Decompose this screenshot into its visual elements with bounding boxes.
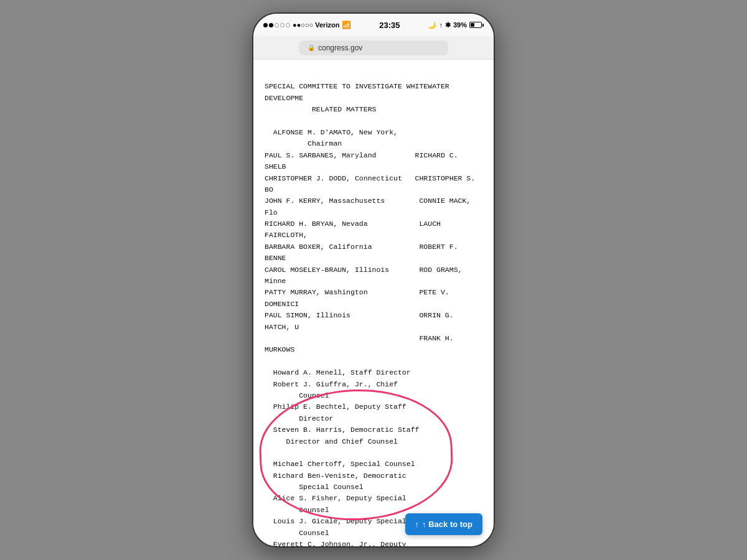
time-display: 23:35 bbox=[379, 21, 400, 30]
member-dodd: CHRISTOPHER J. DODD, Connecticut bbox=[265, 174, 415, 182]
wifi-icon: 📶 bbox=[342, 21, 351, 29]
member-bryan: RICHARD H. BRYAN, Nevada bbox=[265, 220, 419, 228]
member-sarbanes: PAUL S. SARBANES, Maryland bbox=[265, 151, 415, 159]
lock-icon: 🔒 bbox=[308, 44, 315, 51]
status-right: 🌙 ↑ ✱ 39% bbox=[428, 21, 484, 29]
status-bar: ●●○○○ Verizon 📶 23:35 🌙 ↑ ✱ 39% bbox=[253, 14, 494, 36]
url-text: congress.gov bbox=[318, 44, 362, 52]
browser-bar[interactable]: 🔒 congress.gov bbox=[253, 36, 494, 60]
document-content: SPECIAL COMMITTEE TO INVESTIGATE WHITEWA… bbox=[265, 70, 482, 546]
heading2: RELATED MATTERS bbox=[265, 105, 376, 113]
heading1: SPECIAL COMMITTEE TO INVESTIGATE WHITEWA… bbox=[265, 82, 454, 101]
battery-icon bbox=[469, 22, 484, 28]
chairman-text: ALFONSE M. D'AMATO, New York, Chairman bbox=[265, 128, 398, 147]
staff-menell: Howard A. Menell, Staff Director Robert … bbox=[265, 368, 419, 546]
battery-label: 39% bbox=[453, 21, 467, 29]
carrier-label: ●●○○○ Verizon bbox=[293, 21, 339, 29]
moon-icon: 🌙 bbox=[428, 21, 436, 29]
back-to-top-arrow: ↑ bbox=[415, 520, 420, 529]
status-left: ●●○○○ Verizon 📶 bbox=[263, 21, 351, 29]
back-to-top-button[interactable]: ↑ ↑ Back to top bbox=[405, 513, 482, 535]
member-murkowski: FRANK H. MURKOWS bbox=[265, 334, 458, 353]
bluetooth-icon: ✱ bbox=[445, 21, 451, 29]
member-murray: PATTY MURRAY, Washington bbox=[265, 288, 419, 296]
phone-frame: ●●○○○ Verizon 📶 23:35 🌙 ↑ ✱ 39% 🔒 congre… bbox=[252, 12, 495, 548]
member-simon: PAUL SIMON, Illinois bbox=[265, 311, 419, 319]
signal-dots bbox=[263, 23, 290, 27]
member-kerry: JOHN F. KERRY, Massachusetts bbox=[265, 197, 419, 205]
member-boxer: BARBARA BOXER, California bbox=[265, 243, 419, 251]
back-to-top-label: ↑ Back to top bbox=[422, 520, 472, 529]
member-moseley: CAROL MOSELEY-BRAUN, Illinois bbox=[265, 266, 419, 274]
content-area[interactable]: SPECIAL COMMITTEE TO INVESTIGATE WHITEWA… bbox=[253, 60, 494, 546]
location-icon: ↑ bbox=[439, 21, 443, 29]
url-bar[interactable]: 🔒 congress.gov bbox=[299, 40, 448, 55]
